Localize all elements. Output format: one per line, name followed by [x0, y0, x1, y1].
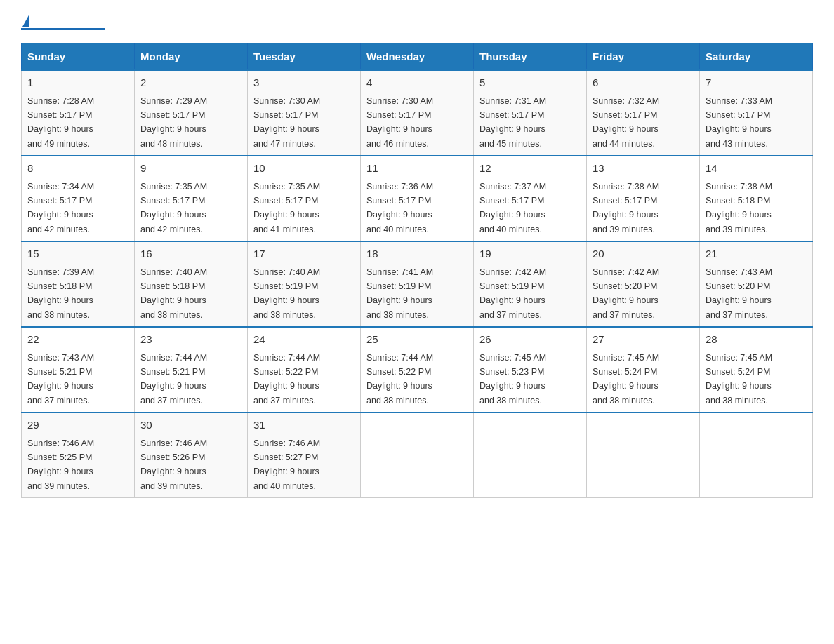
day-number: 15 [27, 246, 128, 262]
calendar-cell: 22Sunrise: 7:43 AMSunset: 5:21 PMDayligh… [22, 327, 135, 412]
day-info: Sunrise: 7:46 AMSunset: 5:25 PMDaylight:… [27, 438, 94, 491]
calendar-week-3: 15Sunrise: 7:39 AMSunset: 5:18 PMDayligh… [22, 241, 813, 327]
day-info: Sunrise: 7:34 AMSunset: 5:17 PMDaylight:… [27, 182, 94, 234]
calendar-body: 1Sunrise: 7:28 AMSunset: 5:17 PMDaylight… [22, 70, 813, 498]
day-number: 17 [253, 246, 355, 262]
logo-triangle-icon [22, 14, 29, 27]
day-number: 22 [27, 332, 128, 348]
calendar-header: SundayMondayTuesdayWednesdayThursdayFrid… [22, 43, 813, 71]
calendar-cell: 28Sunrise: 7:45 AMSunset: 5:24 PMDayligh… [700, 327, 813, 412]
calendar-cell: 19Sunrise: 7:42 AMSunset: 5:19 PMDayligh… [474, 241, 587, 327]
day-info: Sunrise: 7:46 AMSunset: 5:26 PMDaylight:… [140, 438, 207, 491]
day-number: 29 [27, 417, 128, 434]
calendar-cell: 27Sunrise: 7:45 AMSunset: 5:24 PMDayligh… [587, 327, 700, 412]
calendar-cell: 16Sunrise: 7:40 AMSunset: 5:18 PMDayligh… [135, 241, 248, 327]
day-number: 8 [27, 161, 128, 177]
day-number: 31 [253, 417, 355, 434]
day-info: Sunrise: 7:42 AMSunset: 5:20 PMDaylight:… [593, 267, 659, 320]
day-number: 2 [140, 75, 241, 91]
day-info: Sunrise: 7:36 AMSunset: 5:17 PMDaylight:… [366, 182, 433, 234]
day-info: Sunrise: 7:42 AMSunset: 5:19 PMDaylight:… [479, 267, 546, 320]
day-number: 7 [706, 75, 807, 91]
calendar-cell: 23Sunrise: 7:44 AMSunset: 5:21 PMDayligh… [135, 327, 248, 412]
day-number: 4 [366, 75, 468, 91]
day-number: 10 [253, 161, 355, 177]
calendar-cell: 21Sunrise: 7:43 AMSunset: 5:20 PMDayligh… [700, 241, 813, 327]
day-number: 24 [253, 332, 355, 348]
calendar-table: SundayMondayTuesdayWednesdayThursdayFrid… [21, 43, 813, 498]
day-number: 28 [706, 332, 807, 348]
calendar-week-5: 29Sunrise: 7:46 AMSunset: 5:25 PMDayligh… [22, 412, 813, 498]
page-header [21, 14, 813, 30]
day-number: 23 [140, 332, 241, 348]
day-number: 11 [366, 161, 468, 177]
day-info: Sunrise: 7:29 AMSunset: 5:17 PMDaylight:… [140, 96, 207, 149]
day-info: Sunrise: 7:32 AMSunset: 5:17 PMDaylight:… [593, 96, 659, 149]
day-number: 9 [140, 161, 241, 177]
calendar-cell [700, 412, 813, 498]
day-info: Sunrise: 7:28 AMSunset: 5:17 PMDaylight:… [27, 96, 94, 149]
day-number: 26 [479, 332, 581, 348]
day-info: Sunrise: 7:40 AMSunset: 5:19 PMDaylight:… [253, 267, 320, 320]
day-number: 19 [479, 246, 581, 262]
day-info: Sunrise: 7:44 AMSunset: 5:21 PMDaylight:… [140, 353, 207, 405]
day-info: Sunrise: 7:41 AMSunset: 5:19 PMDaylight:… [366, 267, 433, 320]
calendar-cell: 25Sunrise: 7:44 AMSunset: 5:22 PMDayligh… [361, 327, 474, 412]
calendar-cell: 13Sunrise: 7:38 AMSunset: 5:17 PMDayligh… [587, 156, 700, 241]
calendar-cell [474, 412, 587, 498]
day-info: Sunrise: 7:30 AMSunset: 5:17 PMDaylight:… [366, 96, 433, 149]
calendar-cell: 14Sunrise: 7:38 AMSunset: 5:18 PMDayligh… [700, 156, 813, 241]
header-wednesday: Wednesday [361, 43, 474, 71]
day-info: Sunrise: 7:39 AMSunset: 5:18 PMDaylight:… [27, 267, 94, 320]
calendar-cell: 24Sunrise: 7:44 AMSunset: 5:22 PMDayligh… [248, 327, 361, 412]
day-info: Sunrise: 7:30 AMSunset: 5:17 PMDaylight:… [253, 96, 320, 149]
logo-underline [21, 28, 105, 30]
calendar-cell: 12Sunrise: 7:37 AMSunset: 5:17 PMDayligh… [474, 156, 587, 241]
day-info: Sunrise: 7:33 AMSunset: 5:17 PMDaylight:… [706, 96, 772, 149]
calendar-cell: 20Sunrise: 7:42 AMSunset: 5:20 PMDayligh… [587, 241, 700, 327]
calendar-cell: 6Sunrise: 7:32 AMSunset: 5:17 PMDaylight… [587, 70, 700, 156]
header-friday: Friday [587, 43, 700, 71]
calendar-cell: 2Sunrise: 7:29 AMSunset: 5:17 PMDaylight… [135, 70, 248, 156]
day-number: 16 [140, 246, 241, 262]
day-info: Sunrise: 7:35 AMSunset: 5:17 PMDaylight:… [140, 182, 207, 234]
calendar-cell: 29Sunrise: 7:46 AMSunset: 5:25 PMDayligh… [22, 412, 135, 498]
day-number: 25 [366, 332, 468, 348]
calendar-week-2: 8Sunrise: 7:34 AMSunset: 5:17 PMDaylight… [22, 156, 813, 241]
logo [21, 14, 105, 30]
day-info: Sunrise: 7:37 AMSunset: 5:17 PMDaylight:… [479, 182, 546, 234]
calendar-cell: 15Sunrise: 7:39 AMSunset: 5:18 PMDayligh… [22, 241, 135, 327]
calendar-cell: 10Sunrise: 7:35 AMSunset: 5:17 PMDayligh… [248, 156, 361, 241]
calendar-cell: 3Sunrise: 7:30 AMSunset: 5:17 PMDaylight… [248, 70, 361, 156]
day-info: Sunrise: 7:43 AMSunset: 5:21 PMDaylight:… [27, 353, 94, 405]
calendar-cell: 5Sunrise: 7:31 AMSunset: 5:17 PMDaylight… [474, 70, 587, 156]
day-info: Sunrise: 7:44 AMSunset: 5:22 PMDaylight:… [253, 353, 320, 405]
day-info: Sunrise: 7:43 AMSunset: 5:20 PMDaylight:… [706, 267, 772, 320]
day-info: Sunrise: 7:45 AMSunset: 5:24 PMDaylight:… [593, 353, 659, 405]
day-number: 12 [479, 161, 581, 177]
day-number: 5 [479, 75, 581, 91]
day-info: Sunrise: 7:38 AMSunset: 5:18 PMDaylight:… [706, 182, 772, 234]
day-info: Sunrise: 7:40 AMSunset: 5:18 PMDaylight:… [140, 267, 207, 320]
header-sunday: Sunday [22, 43, 135, 71]
day-info: Sunrise: 7:44 AMSunset: 5:22 PMDaylight:… [366, 353, 433, 405]
day-info: Sunrise: 7:46 AMSunset: 5:27 PMDaylight:… [253, 438, 320, 491]
calendar-cell: 1Sunrise: 7:28 AMSunset: 5:17 PMDaylight… [22, 70, 135, 156]
day-number: 20 [593, 246, 694, 262]
day-info: Sunrise: 7:45 AMSunset: 5:23 PMDaylight:… [479, 353, 546, 405]
day-number: 14 [706, 161, 807, 177]
calendar-cell: 18Sunrise: 7:41 AMSunset: 5:19 PMDayligh… [361, 241, 474, 327]
day-number: 18 [366, 246, 468, 262]
header-monday: Monday [135, 43, 248, 71]
header-row: SundayMondayTuesdayWednesdayThursdayFrid… [22, 43, 813, 71]
day-info: Sunrise: 7:45 AMSunset: 5:24 PMDaylight:… [706, 353, 772, 405]
calendar-cell: 31Sunrise: 7:46 AMSunset: 5:27 PMDayligh… [248, 412, 361, 498]
header-tuesday: Tuesday [248, 43, 361, 71]
calendar-cell: 30Sunrise: 7:46 AMSunset: 5:26 PMDayligh… [135, 412, 248, 498]
header-thursday: Thursday [474, 43, 587, 71]
calendar-cell: 11Sunrise: 7:36 AMSunset: 5:17 PMDayligh… [361, 156, 474, 241]
calendar-cell: 4Sunrise: 7:30 AMSunset: 5:17 PMDaylight… [361, 70, 474, 156]
calendar-cell [587, 412, 700, 498]
calendar-cell: 26Sunrise: 7:45 AMSunset: 5:23 PMDayligh… [474, 327, 587, 412]
calendar-cell: 17Sunrise: 7:40 AMSunset: 5:19 PMDayligh… [248, 241, 361, 327]
